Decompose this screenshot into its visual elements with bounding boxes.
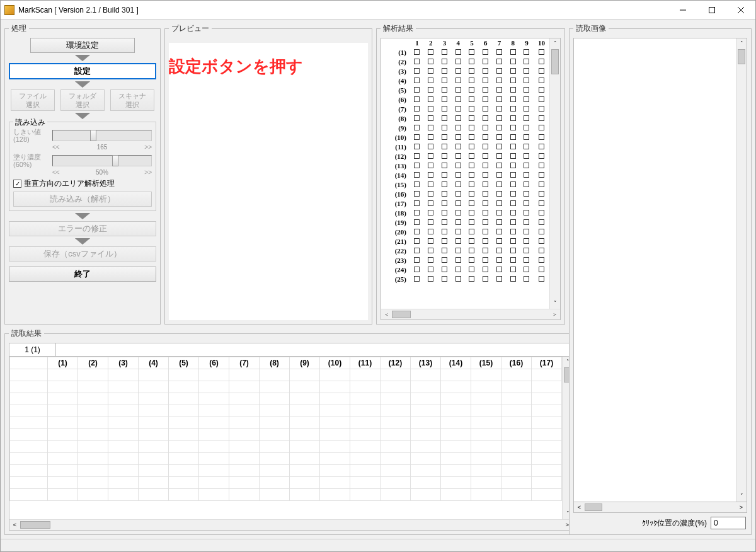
- vertical-area-checkbox-row[interactable]: ✓ 垂直方向のエリア解析処理: [13, 178, 152, 189]
- read-results-panel: 読取結果 1 (1) (1)(2)(3)(4)(5)(6)(7)(8)(9)(1…: [4, 328, 578, 535]
- maximize-button[interactable]: [697, 1, 726, 19]
- read-settings-group: 読み込み しきい値 (128) << 165 >>: [9, 122, 156, 211]
- analysis-grid[interactable]: 12345678910(1)(2)(3)(4)(5)(6)(7)(8)(9)(1…: [381, 38, 549, 309]
- read-image-panel: 読取画像 ˄ ˅ < > ｸﾘｯｸ位置の濃度(%): [569, 23, 752, 535]
- scroll-left-icon[interactable]: <: [574, 504, 585, 510]
- window-buttons: [668, 1, 755, 19]
- scroll-up-icon[interactable]: ˄: [736, 38, 747, 49]
- arrow-down-icon: [75, 113, 90, 119]
- exit-button[interactable]: 終了: [9, 267, 156, 282]
- scroll-thumb[interactable]: [392, 311, 411, 318]
- threshold-label: しきい値 (128): [13, 128, 50, 143]
- preview-panel: プレビュー 設定ボタンを押す: [164, 23, 372, 325]
- titlebar: MarkScan [ Version 2.1 / Build 301 ]: [1, 1, 755, 20]
- slider-right-icon[interactable]: >>: [144, 144, 152, 151]
- click-density-input[interactable]: [711, 517, 746, 529]
- read-image-canvas-wrap: ˄ ˅: [573, 38, 747, 502]
- image-hscroll[interactable]: < >: [573, 502, 747, 513]
- scroll-thumb[interactable]: [585, 503, 602, 511]
- analysis-hscroll[interactable]: < >: [381, 309, 560, 319]
- image-vscroll[interactable]: ˄ ˅: [736, 38, 747, 502]
- read-results-grid-wrap: (1)(2)(3)(4)(5)(6)(7)(8)(9)(10)(11)(12)(…: [9, 356, 573, 531]
- scroll-thumb[interactable]: [20, 521, 50, 529]
- settings-button[interactable]: 設定: [9, 63, 156, 79]
- density-row: 塗り濃度 (60%): [13, 153, 152, 168]
- density-label: 塗り濃度 (60%): [13, 153, 50, 168]
- scroll-thumb[interactable]: [738, 49, 745, 64]
- read-results-tab[interactable]: 1 (1): [9, 343, 56, 356]
- density-value: 50%: [96, 169, 108, 176]
- analysis-panel: 解析結果 12345678910(1)(2)(3)(4)(5)(6)(7)(8)…: [376, 23, 565, 325]
- read-hscroll[interactable]: < >: [9, 519, 573, 530]
- threshold-slider[interactable]: [52, 130, 152, 141]
- checkbox-icon[interactable]: ✓: [13, 180, 21, 188]
- read-image-legend: 読取画像: [573, 23, 609, 34]
- window-title: MarkScan [ Version 2.1 / Build 301 ]: [18, 6, 668, 14]
- env-settings-button[interactable]: 環境設定: [30, 38, 135, 53]
- analysis-grid-wrap: 12345678910(1)(2)(3)(4)(5)(6)(7)(8)(9)(1…: [381, 38, 561, 320]
- minimize-icon: [680, 7, 686, 13]
- app-icon: [4, 5, 14, 15]
- scroll-left-icon[interactable]: <: [381, 311, 392, 318]
- source-buttons: ファイル 選択 フォルダ 選択 スキャナ 選択: [9, 89, 156, 111]
- left-column: 処理 環境設定 設定 ファイル 選択 フォルダ 選択 スキャナ 選択 読み込み: [4, 23, 565, 535]
- process-panel: 処理 環境設定 設定 ファイル 選択 フォルダ 選択 スキャナ 選択 読み込み: [4, 23, 161, 325]
- threshold-row: しきい値 (128): [13, 128, 152, 143]
- save-csv-button[interactable]: 保存（csvファイル）: [9, 246, 156, 262]
- scanner-select-button[interactable]: スキャナ 選択: [110, 89, 154, 111]
- scroll-right-icon[interactable]: >: [736, 504, 747, 510]
- slider-right-icon[interactable]: >>: [144, 169, 152, 176]
- top-row: 処理 環境設定 設定 ファイル 選択 フォルダ 選択 スキャナ 選択 読み込み: [4, 23, 565, 325]
- annotation-text: 設定ボタンを押す: [169, 55, 303, 78]
- scroll-right-icon[interactable]: >: [549, 311, 560, 318]
- density-slider[interactable]: [52, 155, 152, 166]
- process-legend: 処理: [9, 23, 29, 34]
- svg-rect-1: [709, 7, 715, 13]
- statusbar: [1, 539, 755, 551]
- read-analyze-button[interactable]: 読み込み（解析）: [13, 192, 152, 207]
- folder-select-button[interactable]: フォルダ 選択: [60, 89, 105, 111]
- arrow-down-icon: [75, 81, 90, 88]
- threshold-slider-thumb[interactable]: [90, 130, 96, 141]
- maximize-icon: [709, 7, 715, 13]
- click-density-label: ｸﾘｯｸ位置の濃度(%): [642, 518, 707, 529]
- preview-canvas[interactable]: 設定ボタンを押す: [169, 43, 368, 320]
- file-select-button[interactable]: ファイル 選択: [11, 89, 55, 111]
- threshold-value: 165: [97, 144, 108, 151]
- preview-legend: プレビュー: [169, 23, 212, 34]
- analysis-legend: 解析結果: [381, 23, 416, 34]
- arrow-down-icon: [75, 55, 90, 61]
- click-density-row: ｸﾘｯｸ位置の濃度(%): [573, 513, 747, 531]
- arrow-down-icon: [75, 238, 90, 244]
- read-results-tabbar: 1 (1): [9, 343, 573, 357]
- read-results-legend: 読取結果: [9, 328, 44, 339]
- read-results-tab-blank: [56, 343, 573, 356]
- threshold-scale: << 165 >>: [52, 144, 152, 151]
- scroll-up-icon[interactable]: ˄: [550, 38, 560, 49]
- scroll-thumb[interactable]: [551, 49, 559, 74]
- minimize-button[interactable]: [668, 1, 697, 19]
- client-area: 処理 環境設定 設定 ファイル 選択 フォルダ 選択 スキャナ 選択 読み込み: [1, 20, 755, 539]
- error-fix-button[interactable]: エラーの修正: [9, 221, 156, 236]
- arrow-down-icon: [75, 213, 90, 219]
- read-results-grid[interactable]: (1)(2)(3)(4)(5)(6)(7)(8)(9)(10)(11)(12)(…: [9, 357, 562, 519]
- slider-left-icon[interactable]: <<: [52, 144, 60, 151]
- right-column: 読取画像 ˄ ˅ < > ｸﾘｯｸ位置の濃度(%): [569, 23, 752, 535]
- read-image-canvas[interactable]: [574, 38, 736, 502]
- close-icon: [738, 7, 744, 13]
- scroll-down-icon[interactable]: ˅: [550, 298, 560, 309]
- density-scale: << 50% >>: [52, 169, 152, 176]
- read-settings-label: 読み込み: [13, 117, 47, 128]
- scroll-left-icon[interactable]: <: [9, 522, 20, 528]
- app-window: MarkScan [ Version 2.1 / Build 301 ] 処理 …: [0, 0, 756, 552]
- density-slider-thumb[interactable]: [112, 155, 118, 166]
- checkbox-label: 垂直方向のエリア解析処理: [24, 178, 115, 189]
- close-button[interactable]: [726, 1, 755, 19]
- analysis-vscroll[interactable]: ˄ ˅: [549, 38, 560, 309]
- scroll-down-icon[interactable]: ˅: [736, 491, 747, 502]
- slider-left-icon[interactable]: <<: [52, 169, 60, 176]
